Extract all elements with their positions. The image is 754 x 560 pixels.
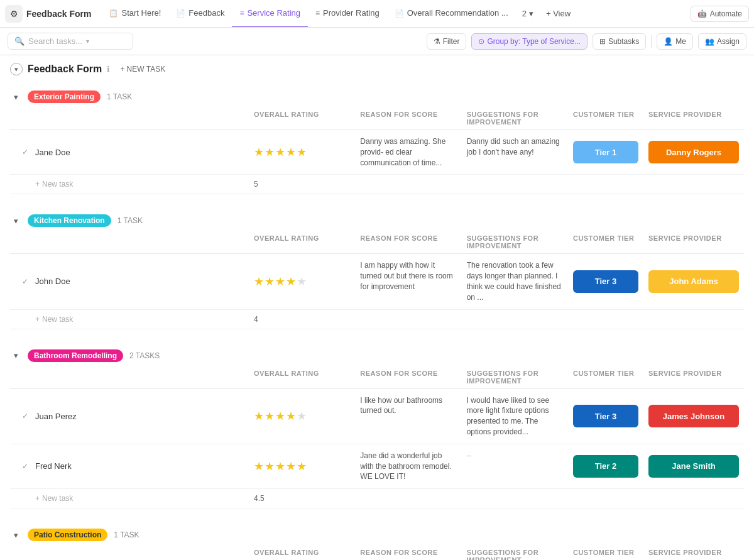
suggestion-cell: The renovation took a few days longer th… <box>462 254 568 309</box>
star-2: ★ <box>265 145 275 159</box>
tab-service-rating[interactable]: ≡ Service Rating <box>232 0 308 28</box>
col-overall-rating: OVERALL RATING <box>249 231 355 253</box>
group-exterior-painting: ▾ Exterior Painting 1 TASK OVERALL RATIN… <box>10 85 744 194</box>
provider-cell: James Johnson <box>643 389 744 444</box>
assign-button[interactable]: 👥 Assign <box>698 33 746 50</box>
overall-rec-icon: 📄 <box>395 9 404 18</box>
new-task-row-kitchen-renovation[interactable]: + New task <box>10 310 249 329</box>
subtasks-icon: ⊞ <box>599 37 606 46</box>
nav-tabs: 📋 Start Here! 📄 Feedback ≡ Service Ratin… <box>101 0 515 28</box>
col-customer-tier: CUSTOMER TIER <box>568 107 643 129</box>
task-name: John Doe <box>35 277 70 286</box>
start-here-icon: 📋 <box>109 9 118 18</box>
main-content: ▾ Feedback Form ℹ + NEW TASK ▾ Exterior … <box>0 55 754 560</box>
stars-cell: ★★★★★ <box>249 389 355 444</box>
suggestion-text: The renovation took a few days longer th… <box>467 260 563 302</box>
suggestion-text: I would have liked to see more light fix… <box>467 395 563 437</box>
col-overall-rating: OVERALL RATING <box>249 366 355 388</box>
score-display-exterior-painting: 5 <box>249 175 355 194</box>
add-view-button[interactable]: + View <box>540 0 577 28</box>
reason-text: I like how our bathrooms turned out. <box>360 395 456 417</box>
star-1: ★ <box>254 275 264 288</box>
group-by-button[interactable]: ⊙ Group by: Type of Service... <box>471 33 587 50</box>
suggestion-text: Danny did such an amazing job I don't ha… <box>467 136 563 158</box>
col-task <box>10 366 249 388</box>
top-nav: ⚙ Feedback Form 📋 Start Here! 📄 Feedback… <box>0 0 754 28</box>
page-collapse-button[interactable]: ▾ <box>10 63 23 75</box>
star-5: ★ <box>297 145 307 159</box>
nav-more-button[interactable]: 2 ▾ <box>516 0 540 28</box>
star-rating: ★★★★★ <box>254 459 307 473</box>
subtasks-button[interactable]: ⊞ Subtasks <box>593 33 646 50</box>
me-button[interactable]: 👤 Me <box>657 33 693 50</box>
automate-button[interactable]: 🤖 Automate <box>691 6 749 22</box>
provider-cell: Jane Smith <box>643 444 744 488</box>
group-collapse-kitchen-renovation[interactable]: ▾ <box>10 215 21 226</box>
tab-feedback[interactable]: 📄 Feedback <box>168 0 232 28</box>
filter-icon: ⚗ <box>434 37 440 46</box>
group-badge-patio-construction: Patio Construction <box>28 529 107 541</box>
col-customer-tier: CUSTOMER TIER <box>568 545 643 560</box>
group-by-icon: ⊙ <box>478 37 484 46</box>
toolbar: 🔍 Search tasks... ▾ ⚗ Filter ⊙ Group by:… <box>0 28 754 55</box>
tier-badge: Tier 3 <box>573 405 638 427</box>
group-collapse-bathroom-remodelling[interactable]: ▾ <box>10 350 21 361</box>
group-header-kitchen-renovation: ▾ Kitchen Renovation 1 TASK <box>10 209 744 231</box>
suggestion-cell: – <box>462 444 568 488</box>
star-4: ★ <box>286 459 296 473</box>
star-rating: ★★★★★ <box>254 409 307 423</box>
star-3: ★ <box>275 145 285 159</box>
reason-cell: I am happy with how it turned out but th… <box>355 254 461 309</box>
new-task-row-exterior-painting[interactable]: + New task <box>10 175 249 194</box>
plus-icon: + <box>35 494 40 503</box>
tab-overall-recommendation[interactable]: 📄 Overall Recommendation ... <box>387 0 516 28</box>
star-rating: ★★★★★ <box>254 145 307 159</box>
app-icon: ⚙ <box>5 5 23 23</box>
toolbar-separator <box>651 35 652 48</box>
tier-cell: Tier 3 <box>568 389 643 444</box>
star-3: ★ <box>275 459 285 473</box>
task-name-cell: ✓ Fred Nerk <box>10 444 249 488</box>
plus-icon: + <box>35 315 40 324</box>
col-task <box>10 545 249 560</box>
provider-cell: Danny Rogers <box>643 130 744 174</box>
provider-badge: Danny Rogers <box>648 141 739 163</box>
group-badge-bathroom-remodelling: Bathroom Remodelling <box>28 349 123 362</box>
stars-cell: ★★★★★ <box>249 130 355 174</box>
plus-icon: + <box>35 180 40 189</box>
col-suggestions: SUGGESTIONS FOR IMPROVEMENT <box>462 545 568 560</box>
group-kitchen-renovation: ▾ Kitchen Renovation 1 TASK OVERALL RATI… <box>10 209 744 329</box>
search-dropdown-icon[interactable]: ▾ <box>86 38 89 45</box>
filter-button[interactable]: ⚗ Filter <box>427 33 467 50</box>
feedback-icon: 📄 <box>176 9 185 18</box>
group-collapse-exterior-painting[interactable]: ▾ <box>10 91 21 102</box>
col-headers-kitchen-renovation: OVERALL RATING REASON FOR SCORE SUGGESTI… <box>10 231 744 254</box>
star-5: ★ <box>297 459 307 473</box>
col-headers-exterior-painting: OVERALL RATING REASON FOR SCORE SUGGESTI… <box>10 107 744 130</box>
new-task-label: New task <box>42 315 73 324</box>
group-collapse-patio-construction[interactable]: ▾ <box>10 529 21 541</box>
task-name: Fred Nerk <box>35 461 72 471</box>
app-title: Feedback Form <box>26 9 91 19</box>
tab-provider-rating[interactable]: ≡ Provider Rating <box>308 0 387 28</box>
page-info-icon[interactable]: ℹ <box>107 65 110 74</box>
group-header-bathroom-remodelling: ▾ Bathroom Remodelling 2 TASKS <box>10 344 744 366</box>
new-task-row-bathroom-remodelling[interactable]: + New task <box>10 489 249 508</box>
check-icon: ✓ <box>20 147 30 157</box>
check-icon: ✓ <box>20 277 30 287</box>
tab-start-here[interactable]: 📋 Start Here! <box>101 0 168 28</box>
star-1: ★ <box>254 409 264 423</box>
new-task-header-button[interactable]: + NEW TASK <box>115 63 170 75</box>
tier-cell: Tier 2 <box>568 444 643 488</box>
star-4: ★ <box>286 275 296 288</box>
col-reason: REASON FOR SCORE <box>355 545 461 560</box>
col-suggestions: SUGGESTIONS FOR IMPROVEMENT <box>462 107 568 129</box>
check-icon: ✓ <box>20 411 30 421</box>
col-task <box>10 231 249 253</box>
group-task-count-kitchen-renovation: 1 TASK <box>117 216 143 225</box>
suggestion-cell: Danny did such an amazing job I don't ha… <box>462 130 568 174</box>
new-task-label: New task <box>42 180 73 189</box>
suggestion-dash: – <box>467 451 471 460</box>
new-task-label: New task <box>42 494 73 503</box>
search-box[interactable]: 🔍 Search tasks... ▾ <box>8 33 133 50</box>
